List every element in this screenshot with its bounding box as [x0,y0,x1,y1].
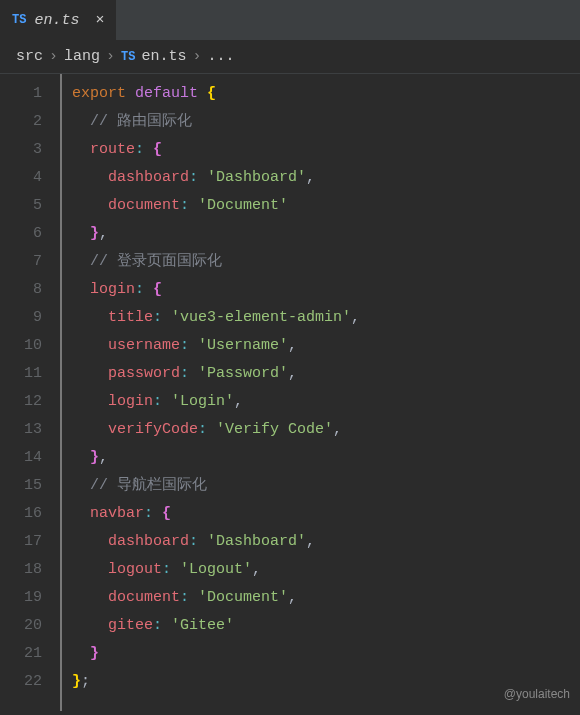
line-number: 5 [0,192,42,220]
watermark: @youlaitech [504,687,570,701]
line-number: 17 [0,528,42,556]
line-gutter: 1 2 3 4 5 6 7 8 9 10 11 12 13 14 15 16 1… [0,74,60,711]
code-content[interactable]: export default { // 路由国际化 route: { dashb… [60,74,580,711]
line-number: 14 [0,444,42,472]
tab-label: en.ts [34,12,79,29]
line-number: 18 [0,556,42,584]
chevron-icon: › [49,48,58,65]
line-number: 2 [0,108,42,136]
line-number: 8 [0,276,42,304]
chevron-icon: › [106,48,115,65]
line-number: 6 [0,220,42,248]
line-number: 10 [0,332,42,360]
typescript-icon: TS [121,50,135,64]
breadcrumb-more[interactable]: ... [208,48,235,65]
line-number: 22 [0,668,42,696]
line-number: 11 [0,360,42,388]
line-number: 9 [0,304,42,332]
line-number: 1 [0,80,42,108]
line-number: 16 [0,500,42,528]
line-number: 12 [0,388,42,416]
line-number: 4 [0,164,42,192]
close-icon[interactable]: × [95,12,104,29]
line-number: 13 [0,416,42,444]
line-number: 21 [0,640,42,668]
code-editor[interactable]: 1 2 3 4 5 6 7 8 9 10 11 12 13 14 15 16 1… [0,74,580,711]
line-number: 20 [0,612,42,640]
editor-tabs: TS en.ts × [0,0,580,40]
typescript-icon: TS [12,13,26,27]
chevron-icon: › [192,48,201,65]
breadcrumb: src › lang › TS en.ts › ... [0,40,580,74]
breadcrumb-src[interactable]: src [16,48,43,65]
line-number: 7 [0,248,42,276]
line-number: 19 [0,584,42,612]
line-number: 3 [0,136,42,164]
line-number: 15 [0,472,42,500]
breadcrumb-file[interactable]: en.ts [141,48,186,65]
breadcrumb-lang[interactable]: lang [64,48,100,65]
tab-en-ts[interactable]: TS en.ts × [0,0,116,40]
